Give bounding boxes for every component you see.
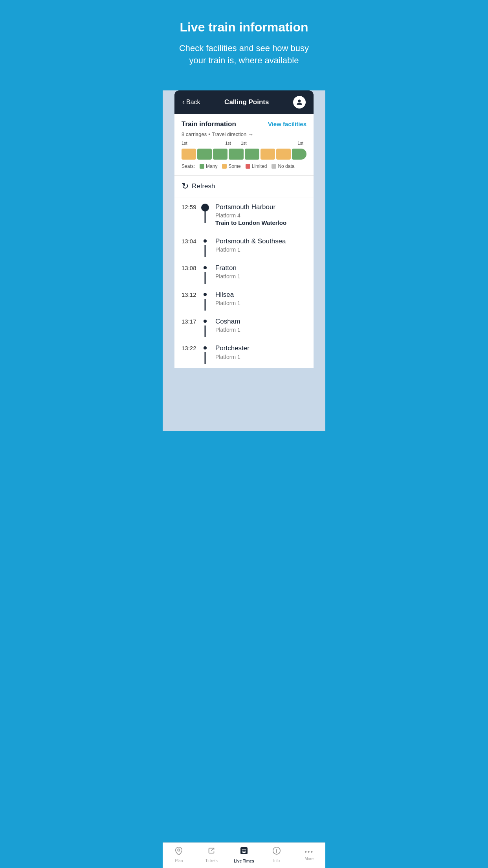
- legend-nodata-dot: [272, 164, 276, 169]
- refresh-label: Refresh: [192, 182, 215, 190]
- carriage-4: [229, 149, 243, 160]
- back-chevron-icon: ‹: [182, 98, 185, 106]
- stop-platform: Platform 1: [215, 300, 306, 306]
- stop-name: Cosham: [215, 317, 306, 326]
- stop-platform: Platform 4: [215, 212, 306, 219]
- stop-name: Portchester: [215, 344, 306, 353]
- stop-line: [205, 352, 206, 364]
- stop-platform: Platform 1: [215, 354, 306, 360]
- train-info-section: Train information View facilities 8 carr…: [174, 114, 314, 176]
- stop-info: Portsmouth Harbour Platform 4 Train to L…: [215, 203, 306, 226]
- stop-name: Portsmouth & Southsea: [215, 237, 306, 246]
- stop-destination: Train to London Waterloo: [215, 219, 306, 226]
- nav-bar: ‹ Back Calling Points: [174, 90, 314, 114]
- legend-many-dot: [200, 164, 204, 169]
- legend-limited-dot: [246, 164, 250, 169]
- calling-points-list: 12:59 Portsmouth Harbour Platform 4 Trai…: [174, 197, 314, 368]
- stop-line: [205, 245, 206, 257]
- refresh-icon: ↻: [182, 181, 189, 191]
- stop-dot-tick: [204, 293, 207, 296]
- stop-line: [205, 211, 206, 223]
- carriage-7: [276, 149, 291, 160]
- stop-row[interactable]: 13:17 Cosham Platform 1: [174, 312, 314, 338]
- stop-info: Fratton Platform 1: [215, 264, 306, 280]
- stop-line: [205, 299, 206, 311]
- stop-time: 12:59: [182, 203, 200, 210]
- svg-point-0: [298, 99, 301, 102]
- stop-line-container: [200, 203, 210, 211]
- back-button[interactable]: ‹ Back: [182, 98, 200, 106]
- stop-info: Portsmouth & Southsea Platform 1: [215, 237, 306, 253]
- stop-platform: Platform 1: [215, 273, 306, 280]
- stop-info: Hilsea Platform 1: [215, 291, 306, 306]
- stop-row[interactable]: 13:08 Fratton Platform 1: [174, 258, 314, 285]
- carriages-row: [182, 149, 306, 160]
- direction-arrow-icon: →: [248, 131, 253, 138]
- legend-many: Many: [200, 164, 217, 169]
- stop-line: [205, 326, 206, 337]
- seats-label: Seats:: [182, 164, 195, 169]
- stop-info: Portchester Platform 1: [215, 344, 306, 360]
- stop-line-container: [200, 344, 210, 349]
- stop-time: 13:12: [182, 291, 200, 298]
- stop-dot-tick: [204, 266, 207, 269]
- hero-section: Live train information Check facilities …: [163, 0, 325, 90]
- train-info-title: Train information: [182, 120, 236, 128]
- stop-name: Fratton: [215, 264, 306, 272]
- back-label: Back: [186, 99, 200, 106]
- stop-line-container: [200, 237, 210, 243]
- train-info-header: Train information View facilities: [182, 120, 306, 128]
- stop-platform: Platform 1: [215, 246, 306, 253]
- carriage-2: [197, 149, 212, 160]
- refresh-button[interactable]: ↻ Refresh: [174, 176, 314, 197]
- hero-title: Live train information: [174, 20, 314, 35]
- stop-dot-filled: [201, 204, 209, 211]
- legend-nodata: No data: [272, 164, 294, 169]
- carriage-8: [292, 149, 306, 160]
- stop-dot-tick: [204, 239, 207, 243]
- stop-line-container: [200, 264, 210, 269]
- stop-row[interactable]: 13:12 Hilsea Platform 1: [174, 285, 314, 312]
- legend-limited: Limited: [246, 164, 267, 169]
- carriage-3: [213, 149, 227, 160]
- stop-dot-tick: [204, 346, 207, 349]
- legend-some: Some: [222, 164, 240, 169]
- seats-legend: Seats: Many Some Limited No data: [182, 164, 306, 169]
- stop-line: [205, 272, 206, 284]
- stop-line-container: [200, 317, 210, 323]
- stop-time: 13:22: [182, 344, 200, 351]
- carriages-info: 8 carriages • Travel direction →: [182, 131, 306, 138]
- stop-platform: Platform 1: [215, 327, 306, 333]
- stop-line-container: [200, 291, 210, 296]
- stop-name: Portsmouth Harbour: [215, 203, 306, 211]
- stop-dot-tick: [204, 320, 207, 323]
- stop-name: Hilsea: [215, 291, 306, 299]
- carriage-5: [245, 149, 259, 160]
- stop-time: 13:08: [182, 264, 200, 271]
- carriage-6: [261, 149, 275, 160]
- stop-time: 13:17: [182, 317, 200, 325]
- hero-subtitle: Check facilities and see how busy your t…: [174, 42, 314, 67]
- stop-info: Cosham Platform 1: [215, 317, 306, 333]
- carriage-labels: 1st 1st 1st 1st: [182, 141, 306, 147]
- legend-some-dot: [222, 164, 227, 169]
- stop-row[interactable]: 13:04 Portsmouth & Southsea Platform 1: [174, 232, 314, 258]
- app-frame: ‹ Back Calling Points Train information …: [174, 90, 314, 368]
- nav-title: Calling Points: [224, 98, 269, 106]
- view-facilities-button[interactable]: View facilities: [268, 121, 306, 127]
- stop-row[interactable]: 12:59 Portsmouth Harbour Platform 4 Trai…: [174, 197, 314, 232]
- user-icon[interactable]: [293, 96, 306, 108]
- stop-time: 13:04: [182, 237, 200, 245]
- bottom-bg: [163, 368, 325, 399]
- stop-row[interactable]: 13:22 Portchester Platform 1: [174, 338, 314, 368]
- carriage-1: [182, 149, 196, 160]
